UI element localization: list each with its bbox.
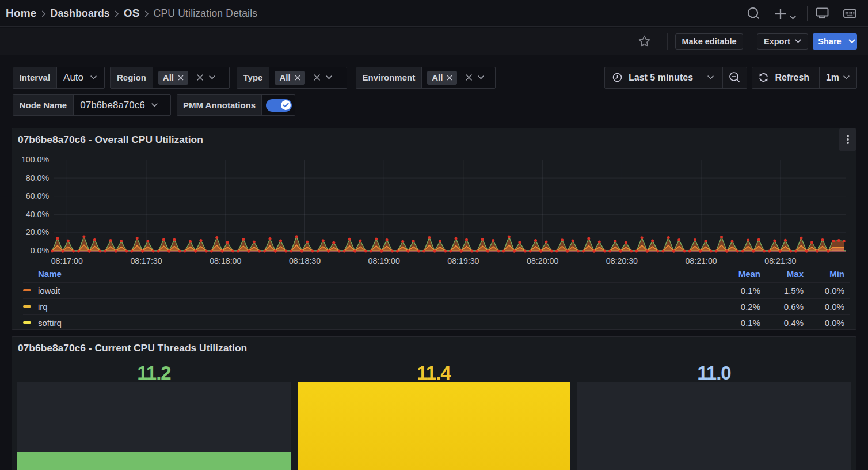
svg-text:80.0%: 80.0% [26, 173, 50, 182]
svg-text:08:19:30: 08:19:30 [447, 256, 479, 265]
svg-text:08:18:30: 08:18:30 [289, 256, 321, 265]
svg-text:08:20:30: 08:20:30 [606, 256, 638, 265]
svg-text:08:20:00: 08:20:00 [527, 256, 558, 265]
svg-text:08:17:00: 08:17:00 [51, 256, 83, 265]
svg-text:08:21:00: 08:21:00 [685, 256, 717, 265]
svg-text:0.0%: 0.0% [31, 246, 50, 255]
svg-text:08:17:30: 08:17:30 [130, 256, 162, 265]
svg-text:08:21:30: 08:21:30 [764, 256, 796, 265]
svg-text:100.0%: 100.0% [21, 155, 50, 164]
svg-text:08:19:00: 08:19:00 [368, 256, 400, 265]
svg-text:60.0%: 60.0% [26, 191, 50, 200]
svg-text:20.0%: 20.0% [26, 228, 50, 237]
svg-text:40.0%: 40.0% [26, 209, 50, 218]
svg-text:08:18:00: 08:18:00 [210, 256, 241, 265]
